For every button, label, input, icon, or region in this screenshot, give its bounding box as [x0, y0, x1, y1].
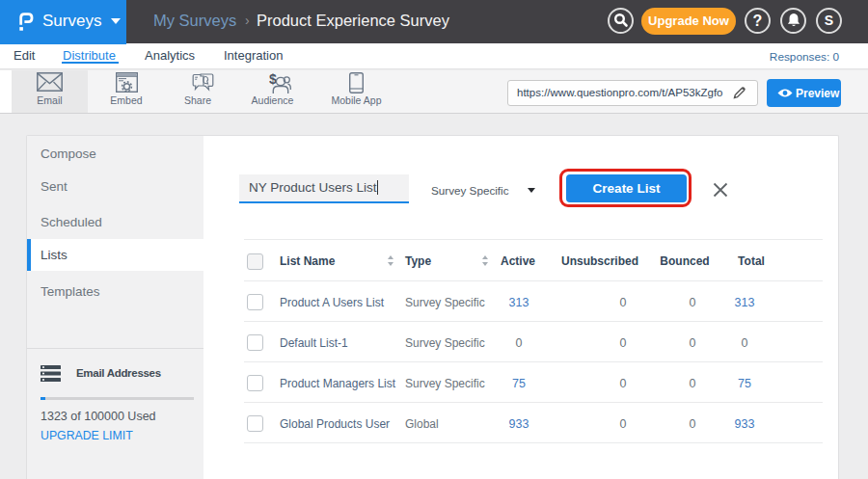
svg-text:$: $ [269, 71, 277, 87]
